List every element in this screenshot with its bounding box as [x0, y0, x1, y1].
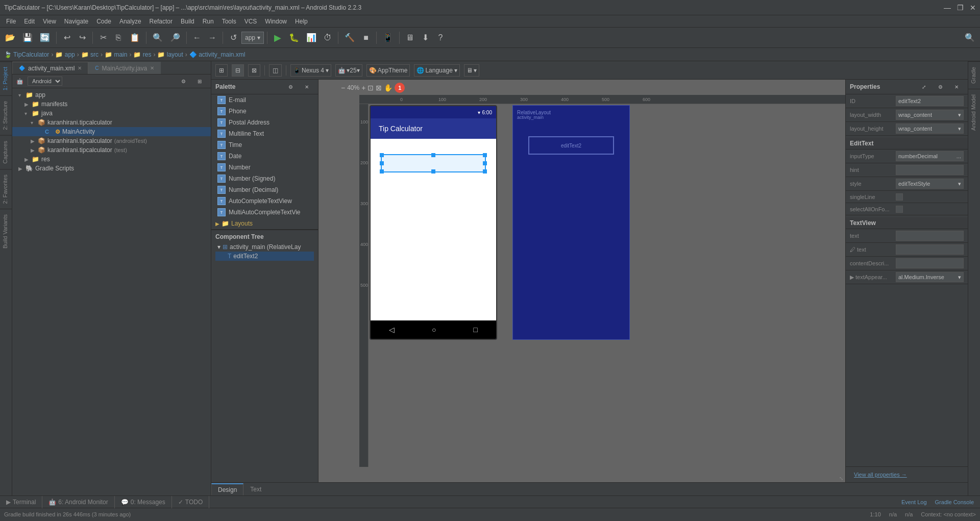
tab-design[interactable]: Design — [211, 483, 243, 495]
palette-item-multiline[interactable]: T Multiline Text — [211, 128, 318, 139]
design-view-toggle-code[interactable]: ⊠ — [248, 64, 260, 77]
paste-button[interactable]: 📋 — [127, 30, 143, 46]
menu-file[interactable]: File — [2, 17, 20, 26]
minimize-button[interactable]: — — [944, 4, 951, 12]
avd-button[interactable]: 🖥 — [403, 30, 417, 46]
tree-item-pkg2[interactable]: ▶ 📦 karanhirani.tipcalculator (androidTe… — [12, 136, 211, 145]
theme-selector[interactable]: 🎨 AppTheme — [366, 64, 410, 77]
view-all-properties-link[interactable]: View all properties → — [850, 467, 911, 482]
palette-item-multiauto[interactable]: T MultiAutoCompleteTextVie — [211, 207, 318, 218]
blueprint-widget[interactable]: editText2 — [528, 136, 614, 155]
zoom-in-button[interactable]: + — [361, 84, 365, 92]
menu-run[interactable]: Run — [199, 17, 218, 26]
prop-input-text[interactable] — [896, 231, 964, 241]
palette-item-phone[interactable]: T Phone — [211, 106, 318, 117]
sidebar-tab-captures[interactable]: Captures — [0, 135, 12, 169]
tab-text[interactable]: Text — [243, 483, 268, 495]
tree-item-gradle[interactable]: ▶ 🐘 Gradle Scripts — [12, 164, 211, 173]
event-log-link[interactable]: Event Log — [901, 499, 927, 505]
nav-back[interactable]: ◁ — [389, 326, 395, 334]
tab-mainactivity-java[interactable]: C MainActivity.java ✕ — [88, 62, 161, 74]
palette-item-autocomplete[interactable]: T AutoCompleteTextView — [211, 195, 318, 207]
search-everywhere-button[interactable]: 🔍 — [962, 30, 978, 46]
resize-handle[interactable]: ⤡ — [837, 474, 845, 482]
tree-item-pkg3[interactable]: ▶ 📦 karanhirani.tipcalculator (test) — [12, 145, 211, 155]
fit-screen-button[interactable]: ⊡ — [368, 84, 374, 92]
tree-item-java[interactable]: ▾ 📁 java — [12, 109, 211, 118]
copy-button[interactable]: ⎘ — [111, 30, 126, 46]
prop-combo-text-appear[interactable]: al.Medium.Inverse ▾ — [896, 272, 964, 282]
handle-bl[interactable] — [380, 169, 384, 173]
orientation-button[interactable]: ◫ — [269, 64, 282, 77]
devices-button[interactable]: 📱 — [380, 30, 396, 46]
prop-input-text-drawable[interactable] — [896, 244, 964, 255]
ct-item-activity-main[interactable]: ▾ ⊞ activity_main (RelativeLay — [215, 242, 314, 252]
debug-button[interactable]: 🐛 — [286, 30, 302, 46]
prop-input-content-descri[interactable] — [896, 258, 964, 268]
edittext-widget[interactable] — [381, 154, 486, 172]
zoom-out-button[interactable]: − — [341, 84, 345, 92]
menu-navigate[interactable]: Navigate — [60, 17, 92, 26]
handle-bm[interactable] — [431, 169, 435, 173]
todo-tab[interactable]: ✓ TODO — [172, 496, 209, 508]
menu-analyze[interactable]: Analyze — [115, 17, 145, 26]
nav-recent[interactable]: □ — [473, 326, 477, 334]
tab-activity-main-xml[interactable]: 🔷 activity_main.xml ✕ — [12, 62, 88, 74]
device-selector[interactable]: 📱 Nexus 4 ▾ — [290, 64, 331, 77]
handle-mr[interactable] — [483, 161, 487, 165]
prop-check-single-line[interactable] — [896, 193, 903, 201]
canvas-area[interactable]: − 40% + ⊡ ⊠ ✋ 1 0 100 200 300 400 500 60… — [318, 80, 845, 482]
breadcrumb-tipcalculator[interactable]: 🍃 TipCalculator — [4, 51, 49, 58]
palette-item-number[interactable]: T Number — [211, 162, 318, 173]
terminal-tab[interactable]: ▶ Terminal — [0, 496, 42, 508]
coverage-button[interactable]: 📊 — [303, 30, 320, 46]
sidebar-tab-build-variants[interactable]: Build Variants — [0, 209, 12, 254]
find-button[interactable]: 🔍 — [150, 30, 166, 46]
screen-size-selector[interactable]: 🖥 ▾ — [464, 64, 479, 77]
palette-item-email[interactable]: T E-mail — [211, 94, 318, 106]
revert-button[interactable]: ↺ — [226, 30, 240, 46]
tab-close-xml[interactable]: ✕ — [78, 65, 82, 71]
prop-combo-style[interactable]: editTextStyle ▾ — [896, 179, 964, 189]
close-button[interactable]: ✕ — [970, 4, 976, 12]
forward-button[interactable]: → — [205, 30, 219, 46]
sidebar-tab-favorites[interactable]: 2: Favorites — [0, 169, 12, 209]
sidebar-tab-gradle[interactable]: Gradle — [968, 61, 980, 89]
tree-item-pkg1[interactable]: ▾ 📦 karanhirani.tipcalculator — [12, 118, 211, 127]
menu-help[interactable]: Help — [291, 17, 312, 26]
props-settings-btn[interactable]: ⚙ — [933, 83, 947, 91]
handle-ml[interactable] — [380, 161, 384, 165]
design-view-toggle-normal[interactable]: ⊞ — [215, 64, 228, 77]
breadcrumb-main[interactable]: 📁 main — [105, 51, 127, 58]
props-expand-btn[interactable]: ⤢ — [917, 83, 931, 91]
tab-close-java[interactable]: ✕ — [150, 65, 154, 71]
palette-item-number-signed[interactable]: T Number (Signed) — [211, 173, 318, 184]
tree-item-app[interactable]: ▾ 📁 app — [12, 90, 211, 100]
prop-input-id[interactable] — [896, 96, 964, 106]
ct-item-edittext2[interactable]: T editText2 — [215, 252, 314, 261]
sidebar-tab-android-model[interactable]: Android Model — [968, 89, 980, 136]
build-button[interactable]: 🔨 — [341, 30, 358, 46]
project-collapse-btn[interactable]: ⊞ — [192, 77, 207, 86]
prop-combo-layout-width[interactable]: wrap_content ▾ — [896, 110, 964, 120]
menu-refactor[interactable]: Refactor — [145, 17, 177, 26]
project-view-select[interactable]: Android Project — [28, 77, 62, 86]
android-monitor-tab[interactable]: 🤖 6: Android Monitor — [42, 496, 114, 508]
stop-button[interactable]: ■ — [359, 30, 373, 46]
handle-tl[interactable] — [380, 153, 384, 157]
sync-button[interactable]: 🔄 — [37, 30, 53, 46]
pan-button[interactable]: ✋ — [384, 84, 393, 92]
gradle-console-link[interactable]: Gradle Console — [935, 499, 974, 505]
back-button[interactable]: ← — [190, 30, 204, 46]
cut-button[interactable]: ✂ — [96, 30, 110, 46]
undo-button[interactable]: ↩ — [60, 30, 74, 46]
run-button[interactable]: ▶ — [271, 30, 285, 46]
menu-window[interactable]: Window — [261, 17, 291, 26]
prop-input-hint[interactable] — [896, 165, 964, 175]
sidebar-tab-project[interactable]: 1: Project — [0, 61, 12, 95]
help-button[interactable]: ? — [433, 30, 448, 46]
open-button[interactable]: 📂 — [2, 30, 18, 46]
breadcrumb-res[interactable]: 📁 res — [133, 51, 151, 58]
breadcrumb-app[interactable]: 📁 app — [55, 51, 75, 58]
sidebar-tab-structure[interactable]: 2: Structure — [0, 95, 12, 135]
